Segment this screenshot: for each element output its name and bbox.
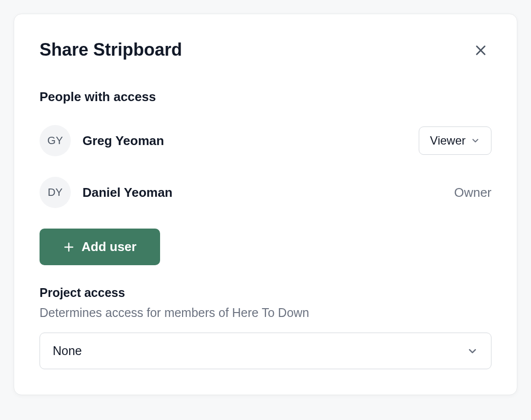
avatar: DY xyxy=(40,177,71,208)
user-name: Daniel Yeoman xyxy=(82,185,173,200)
user-info: GY Greg Yeoman xyxy=(40,125,164,156)
modal-title: Share Stripboard xyxy=(40,40,491,60)
owner-label: Owner xyxy=(454,185,491,200)
plus-icon xyxy=(63,241,75,253)
add-user-label: Add user xyxy=(82,239,137,254)
user-name: Greg Yeoman xyxy=(82,133,164,148)
share-modal: Share Stripboard People with access GY G… xyxy=(14,14,517,395)
project-access-heading: Project access xyxy=(40,286,491,300)
add-user-button[interactable]: Add user xyxy=(40,229,160,265)
people-heading: People with access xyxy=(40,89,491,105)
chevron-down-icon xyxy=(467,345,478,357)
close-button[interactable] xyxy=(472,42,490,59)
close-icon xyxy=(474,43,488,57)
project-access-value: None xyxy=(53,344,82,358)
user-row: GY Greg Yeoman Viewer xyxy=(40,125,491,156)
user-info: DY Daniel Yeoman xyxy=(40,177,173,208)
avatar: GY xyxy=(40,125,71,156)
role-label: Viewer xyxy=(430,134,466,147)
chevron-down-icon xyxy=(470,136,480,146)
project-access-select[interactable]: None xyxy=(40,333,491,369)
user-row: DY Daniel Yeoman Owner xyxy=(40,177,491,208)
role-select[interactable]: Viewer xyxy=(419,126,491,155)
project-access-description: Determines access for members of Here To… xyxy=(40,306,491,320)
